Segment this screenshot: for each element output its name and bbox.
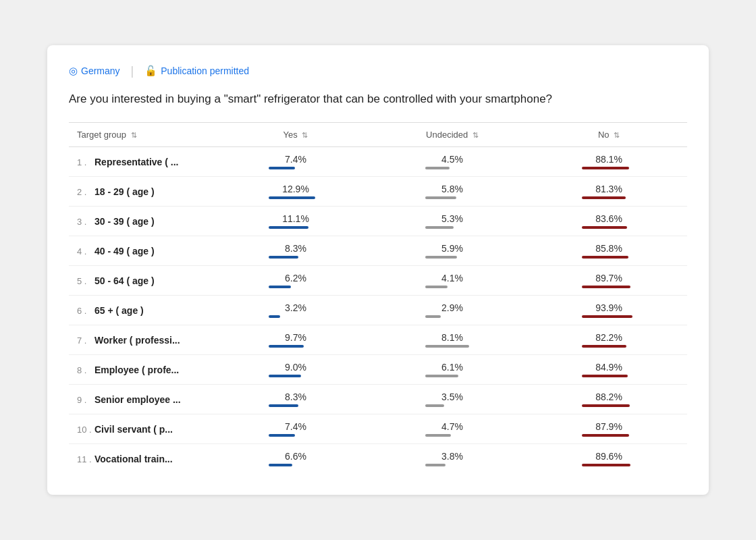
row-header: 11 . Vocational train...	[77, 454, 209, 464]
row-num: 10 .	[77, 425, 92, 435]
cell-target: 2 . 18 - 29 ( age )	[69, 177, 217, 207]
row-num: 1 .	[77, 157, 92, 167]
row-header: 10 . Civil servant ( p...	[77, 424, 209, 435]
survey-question: Are you interested in buying a "smart" r…	[69, 90, 687, 108]
cell-yes: 8.3%	[217, 236, 374, 266]
yes-value: 6.6%	[285, 451, 306, 462]
no-cell-content: 88.2%	[539, 392, 679, 407]
cell-target: 6 . 65 + ( age )	[69, 296, 217, 325]
meta-divider: |	[131, 64, 134, 78]
col-header-target[interactable]: Target group ⇅	[69, 123, 217, 147]
cell-target: 3 . 30 - 39 ( age )	[69, 207, 217, 236]
col-header-yes[interactable]: Yes ⇅	[217, 123, 374, 147]
country-item: ◎ Germany	[69, 65, 120, 77]
yes-bar	[269, 404, 298, 407]
undecided-value: 3.5%	[441, 392, 463, 402]
undecided-bar-container	[425, 375, 479, 377]
row-num: 5 .	[77, 276, 92, 286]
country-label: Germany	[81, 65, 120, 76]
cell-undecided: 5.8%	[374, 177, 531, 207]
row-num: 3 .	[77, 217, 92, 227]
no-value: 87.9%	[595, 421, 622, 432]
cell-yes: 11.1%	[217, 207, 374, 236]
undecided-bar-container	[425, 196, 479, 199]
undecided-cell-content: 5.3%	[382, 213, 522, 229]
row-name: 18 - 29 ( age )	[94, 186, 155, 197]
cell-target: 8 . Employee ( profe...	[69, 355, 217, 385]
yes-cell-content: 9.7%	[225, 332, 366, 348]
cell-undecided: 5.3%	[374, 207, 531, 236]
table-row: 1 . Representative ( ... 7.4% 4.5% 88.1%	[69, 147, 687, 177]
yes-bar-container	[269, 315, 323, 318]
row-name: 30 - 39 ( age )	[94, 216, 155, 227]
undecided-bar-container	[425, 315, 479, 318]
undecided-value: 5.8%	[441, 184, 463, 194]
no-value: 83.6%	[595, 213, 622, 224]
no-bar-container	[582, 434, 636, 437]
table-row: 11 . Vocational train... 6.6% 3.8% 89.6%	[69, 444, 687, 474]
row-header: 4 . 40 - 49 ( age )	[77, 246, 209, 256]
undecided-bar-container	[425, 226, 479, 229]
cell-yes: 7.4%	[217, 147, 374, 177]
yes-cell-content: 6.6%	[225, 451, 366, 466]
row-name: Employee ( profe...	[94, 364, 179, 375]
no-cell-content: 81.3%	[539, 184, 679, 199]
undecided-bar	[425, 315, 441, 318]
row-name: Vocational train...	[94, 454, 173, 464]
row-label: 8 . Employee ( profe...	[77, 364, 209, 375]
yes-cell-content: 9.0%	[225, 362, 366, 377]
table-row: 6 . 65 + ( age ) 3.2% 2.9% 93.9%	[69, 296, 687, 325]
no-cell-content: 87.9%	[539, 421, 679, 437]
yes-value: 8.3%	[285, 392, 306, 402]
no-bar	[582, 404, 630, 407]
data-table: Target group ⇅ Yes ⇅ Undecided ⇅ No ⇅ 1 …	[69, 122, 687, 473]
no-bar	[582, 167, 629, 169]
sort-icon-yes: ⇅	[302, 131, 308, 139]
row-header: 6 . 65 + ( age )	[77, 305, 209, 316]
cell-target: 4 . 40 - 49 ( age )	[69, 236, 217, 266]
undecided-bar	[425, 434, 451, 437]
sort-icon-target: ⇅	[131, 131, 137, 139]
lock-icon: 🔓	[144, 65, 157, 77]
yes-bar	[269, 167, 295, 169]
no-bar	[582, 286, 630, 288]
row-num: 4 .	[77, 246, 92, 256]
table-row: 4 . 40 - 49 ( age ) 8.3% 5.9% 85.8%	[69, 236, 687, 266]
yes-value: 7.4%	[285, 421, 306, 432]
cell-no: 85.8%	[531, 236, 687, 266]
no-bar-container	[582, 404, 636, 407]
yes-bar	[269, 375, 301, 377]
undecided-bar	[425, 226, 454, 229]
undecided-bar-container	[425, 434, 479, 437]
cell-no: 81.3%	[531, 177, 687, 207]
cell-yes: 8.3%	[217, 385, 374, 414]
cell-no: 88.1%	[531, 147, 687, 177]
yes-value: 3.2%	[285, 302, 306, 313]
cell-no: 93.9%	[531, 296, 687, 325]
no-value: 89.7%	[595, 273, 622, 284]
table-row: 8 . Employee ( profe... 9.0% 6.1% 84.9%	[69, 355, 687, 385]
col-header-no[interactable]: No ⇅	[531, 123, 687, 147]
undecided-bar-container	[425, 404, 479, 407]
undecided-bar-container	[425, 345, 479, 348]
undecided-bar	[425, 464, 446, 466]
cell-yes: 9.7%	[217, 325, 374, 355]
undecided-bar	[425, 167, 450, 169]
no-value: 84.9%	[595, 362, 622, 373]
yes-bar-container	[269, 196, 323, 199]
publication-item: 🔓 Publication permitted	[144, 65, 249, 77]
yes-value: 9.7%	[285, 332, 306, 343]
cell-target: 1 . Representative ( ...	[69, 147, 217, 177]
yes-cell-content: 11.1%	[225, 213, 366, 229]
row-label: 9 . Senior employee ...	[77, 394, 209, 405]
yes-bar	[269, 315, 280, 318]
row-name: 65 + ( age )	[94, 305, 144, 316]
no-bar	[582, 226, 627, 229]
undecided-bar	[425, 345, 469, 348]
no-bar	[582, 464, 630, 466]
undecided-value: 2.9%	[441, 302, 463, 313]
row-name: Worker ( professi...	[94, 335, 180, 346]
yes-value: 8.3%	[285, 243, 306, 254]
col-header-undecided[interactable]: Undecided ⇅	[374, 123, 531, 147]
yes-cell-content: 6.2%	[225, 273, 366, 288]
